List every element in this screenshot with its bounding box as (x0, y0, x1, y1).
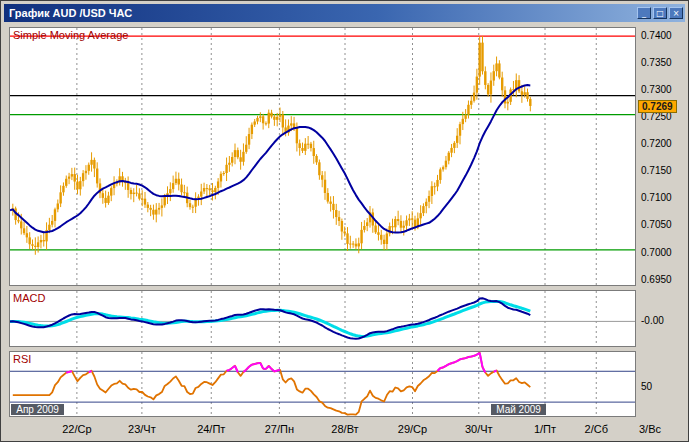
rsi-axis-label: 50 (641, 381, 652, 392)
current-price-tag: 0.7269 (638, 100, 677, 113)
rsi-indicator-label: RSI (13, 353, 31, 365)
price-chart-panel[interactable]: Simple Moving Average (9, 27, 636, 286)
title-bar[interactable]: График AUD /USD ЧАС _ □ × (4, 4, 685, 22)
time-axis: 22/Ср23/Чт24/Пт27/Пн28/Вт29/Ср30/Чт1/Пт2… (9, 422, 685, 438)
sma-indicator-label: Simple Moving Average (13, 29, 128, 41)
day-gridlines (77, 28, 596, 285)
macd-signal-line (10, 302, 530, 337)
price-axis-label: 0.7300 (641, 84, 672, 95)
macd-panel[interactable]: MACD (9, 290, 636, 347)
time-axis-label: 2/Сб (576, 423, 616, 435)
price-axis-label: 0.7100 (641, 192, 672, 203)
time-axis-label: 1/Пт (525, 423, 565, 435)
candlestick-chart[interactable] (10, 28, 635, 285)
horizontal-level-lines (10, 36, 635, 250)
price-axis-label: 0.7000 (641, 247, 672, 258)
macd-chart[interactable] (10, 291, 635, 346)
price-axis-label: 0.7350 (641, 57, 672, 68)
rsi-panel[interactable]: RSI Апр 2009Май 2009 (9, 351, 636, 417)
macd-indicator-label: MACD (13, 292, 45, 304)
chart-window: График AUD /USD ЧАС _ □ × Simple Moving … (0, 0, 689, 442)
time-axis-label: 29/Ср (393, 423, 433, 435)
macd-axis-label: -0.00 (641, 315, 664, 326)
window-title: График AUD /USD ЧАС (4, 7, 637, 19)
price-axis-label: 0.7200 (641, 138, 672, 149)
price-axis-label: 0.7150 (641, 165, 672, 176)
sma-line (10, 85, 530, 232)
time-axis-label: 23/Чт (122, 423, 162, 435)
day-gridlines (77, 291, 596, 346)
rsi-reference-lines (10, 371, 635, 402)
price-axis-label: 0.6950 (641, 274, 672, 285)
month-marker: Апр 2009 (11, 404, 64, 415)
time-axis-label: 27/Пн (259, 423, 299, 435)
price-axis: 0.74000.73500.73000.72500.72000.71500.71… (637, 1, 689, 442)
time-axis-label: 24/Пт (191, 423, 231, 435)
time-axis-label: 30/Чт (459, 423, 499, 435)
price-axis-label: 0.7400 (641, 30, 672, 41)
rsi-overbought-segments (66, 353, 496, 373)
month-marker: Май 2009 (491, 404, 546, 415)
price-axis-label: 0.7050 (641, 219, 672, 230)
macd-line (10, 298, 530, 338)
time-axis-label: 28/Вт (325, 423, 365, 435)
time-axis-label: 22/Ср (57, 423, 97, 435)
